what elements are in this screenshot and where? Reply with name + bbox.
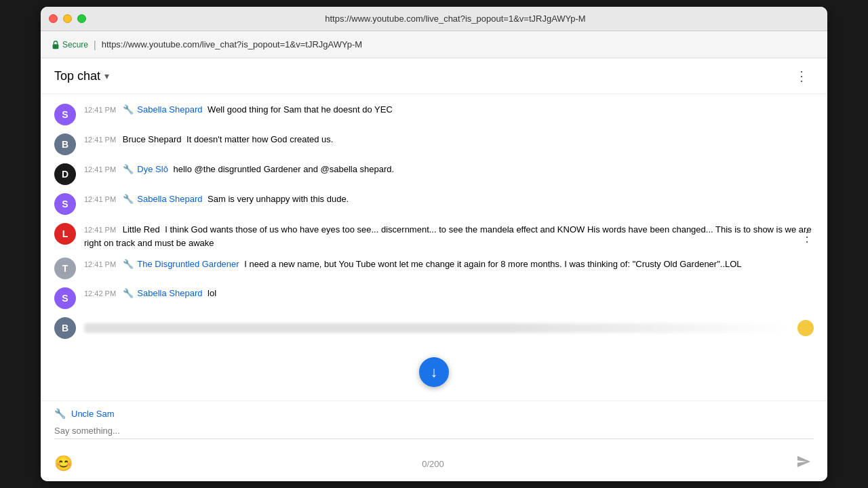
list-item: S 12:42 PM 🔧 Sabella Shepard lol [41, 283, 827, 313]
scroll-to-bottom-button[interactable]: ↓ [419, 357, 449, 387]
more-options-button[interactable]: ⋮ [789, 66, 814, 85]
message-input[interactable] [54, 423, 814, 439]
message-text: hello @the disgruntled Gardener and @sab… [174, 164, 395, 174]
chat-container: Top chat ▾ ⋮ S 12:41 PM 🔧 Sabella Shepar… [41, 58, 827, 481]
input-username: Uncle Sam [71, 409, 115, 419]
address-bar: Secure | https://www.youtube.com/live_ch… [41, 31, 827, 58]
avatar: L [54, 223, 76, 245]
avatar: S [54, 104, 76, 125]
browser-window: https://www.youtube.com/live_chat?is_pop… [41, 7, 827, 481]
moderator-icon: 🔧 [123, 288, 134, 298]
chat-toolbar: 😊 0/200 [41, 446, 827, 481]
address-path: /live_chat?is_popout=1&v=tJRJgAWYp-M [199, 39, 362, 49]
avatar: S [54, 287, 76, 309]
message-text: Well good thing for Sam that he doesnt d… [208, 104, 393, 115]
message-text: I think God wants those of us who have e… [84, 224, 812, 248]
username: Little Red [123, 224, 160, 235]
chevron-down-icon: ↓ [431, 365, 438, 380]
moderator-icon: 🔧 [123, 104, 134, 115]
message-time: 12:41 PM [84, 195, 116, 203]
list-item: B 12:41 PM Bruce Shepard It doesn't matt… [41, 129, 827, 159]
message-options-icon[interactable]: ⋮ [800, 228, 814, 245]
moderator-icon: 🔧 [123, 164, 134, 174]
avatar: T [54, 258, 76, 279]
address-divider: | [94, 39, 96, 50]
message-time: 12:41 PM [84, 226, 116, 234]
username: The Disgruntled Gardener [137, 259, 239, 269]
username: Sabella Shepard [137, 104, 202, 115]
svg-rect-0 [53, 44, 59, 49]
send-button[interactable] [793, 451, 814, 476]
title-bar: https://www.youtube.com/live_chat?is_pop… [41, 7, 827, 31]
avatar: S [54, 193, 76, 215]
top-chat-dropdown[interactable]: Top chat ▾ [54, 69, 109, 83]
messages-area[interactable]: S 12:41 PM 🔧 Sabella Shepard Well good t… [41, 94, 827, 401]
list-item: S 12:41 PM 🔧 Sabella Shepard Sam is very… [41, 189, 827, 219]
emoji-button[interactable]: 😊 [54, 455, 73, 472]
maximize-button[interactable] [77, 14, 86, 23]
avatar: B [54, 317, 76, 339]
message-content: 12:41 PM Bruce Shepard It doesn't matter… [84, 134, 814, 146]
username: Dye Slô [137, 164, 168, 174]
chevron-down-icon: ▾ [104, 70, 109, 81]
top-chat-label: Top chat [54, 69, 100, 83]
window-title: https://www.youtube.com/live_chat?is_pop… [92, 14, 819, 24]
close-button[interactable] [49, 14, 58, 23]
lock-icon [52, 40, 60, 49]
message-content: 12:41 PM Little Red I think God wants th… [84, 223, 814, 249]
input-user-row: 🔧 Uncle Sam [54, 408, 814, 419]
message-time: 12:41 PM [84, 165, 116, 174]
list-item: T 12:41 PM 🔧 The Disgruntled Gardener I … [41, 253, 827, 283]
message-time: 12:41 PM [84, 136, 116, 144]
list-item: L 12:41 PM Little Red I think God wants … [41, 219, 827, 253]
message-text: I need a new name, but You Tube wont let… [244, 259, 741, 269]
moderator-icon: 🔧 [123, 259, 134, 269]
message-content: 12:41 PM 🔧 Sabella Shepard Well good thi… [84, 104, 814, 116]
avatar: B [54, 134, 76, 155]
minimize-button[interactable] [63, 14, 72, 23]
message-time: 12:41 PM [84, 260, 116, 268]
address-domain: https://www.youtube.com [102, 39, 200, 49]
message-text: Sam is very unhappy with this dude. [208, 194, 349, 204]
list-item: D 12:41 PM 🔧 Dye Slô hello @the disgrunt… [41, 159, 827, 189]
username: Sabella Shepard [137, 194, 202, 204]
message-content: 12:42 PM 🔧 Sabella Shepard lol [84, 287, 814, 300]
message-content: 12:41 PM 🔧 Sabella Shepard Sam is very u… [84, 193, 814, 205]
blurred-message [84, 323, 789, 333]
message-text: lol [208, 288, 216, 298]
avatar: D [54, 163, 76, 185]
message-content: 12:41 PM 🔧 Dye Slô hello @the disgruntle… [84, 163, 814, 176]
list-item: S 12:41 PM 🔧 Sabella Shepard Well good t… [41, 100, 827, 129]
list-item: B [41, 313, 827, 343]
username: Bruce Shepard [123, 134, 182, 144]
chat-input-area: 🔧 Uncle Sam [41, 401, 827, 446]
message-time: 12:42 PM [84, 289, 116, 298]
message-text: It doesn't matter how God created us. [186, 134, 333, 144]
moderator-icon: 🔧 [123, 194, 134, 204]
blurred-emoji [797, 320, 814, 336]
char-count: 0/200 [422, 459, 444, 469]
address-text[interactable]: https://www.youtube.com/live_chat?is_pop… [102, 39, 362, 49]
secure-label: Secure [62, 40, 88, 49]
input-moderator-icon: 🔧 [54, 408, 66, 419]
send-icon [796, 454, 811, 469]
chat-header: Top chat ▾ ⋮ [41, 58, 827, 94]
message-content: 12:41 PM 🔧 The Disgruntled Gardener I ne… [84, 258, 814, 271]
secure-badge: Secure [52, 40, 88, 49]
message-time: 12:41 PM [84, 106, 116, 114]
username: Sabella Shepard [137, 288, 202, 298]
